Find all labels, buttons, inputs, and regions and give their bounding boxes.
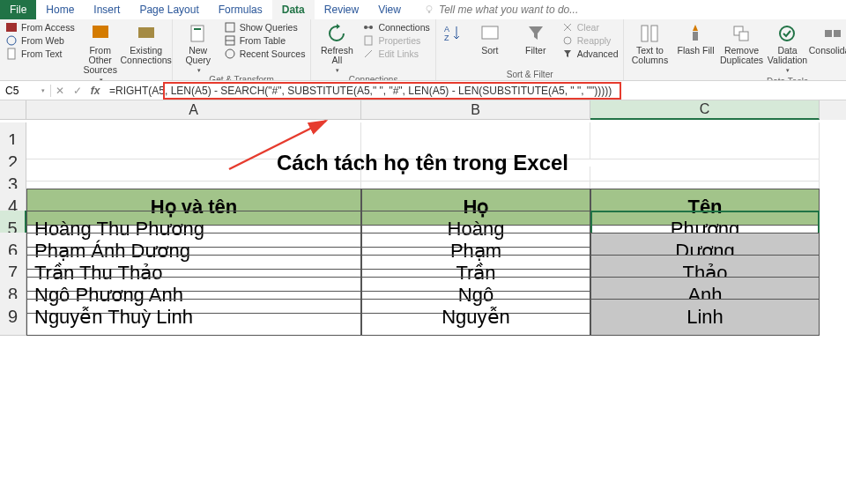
svg-rect-6 [138,27,154,38]
flash-fill-button[interactable]: Flash Fill [675,21,716,56]
connections-button[interactable]: Connections [362,21,429,33]
svg-rect-23 [693,32,698,41]
from-table-icon [224,34,236,47]
svg-text:A: A [444,25,449,33]
svg-rect-1 [428,11,430,13]
other-sources-icon [90,23,111,44]
properties-icon [362,34,375,47]
access-icon [5,21,18,33]
col-header-b[interactable]: B [361,100,590,120]
reapply-button[interactable]: Reapply [561,34,619,47]
from-other-sources-button[interactable]: From Other Sources▾ [80,21,121,81]
svg-rect-4 [8,48,15,59]
from-access-button[interactable]: From Access [5,21,75,33]
tab-data[interactable]: Data [272,0,315,19]
sort-button[interactable]: Sort [470,21,510,56]
name-box[interactable]: C5▾ [0,85,51,97]
ribbon-tabstrip: File Home Insert Page Layout Formulas Da… [0,0,846,19]
group-get-transform: New Query▾ Show Queries From Table Recen… [173,19,312,80]
col-header-c[interactable]: C [590,100,820,120]
svg-rect-25 [739,32,748,41]
spreadsheet-grid[interactable]: A B C 1 2 Cách tách họ tên trong Excel 3… [0,100,846,321]
reapply-icon [561,34,574,47]
sort-az-button[interactable]: AZ [442,21,464,44]
svg-rect-19 [482,26,498,39]
advanced-filter-button[interactable]: Advanced [561,48,619,60]
ribbon: From Access From Web From Text From Othe… [0,19,846,81]
from-web-button[interactable]: From Web [5,34,75,47]
sort-icon [479,23,501,44]
connections-icon [362,21,375,33]
flash-fill-icon [685,23,706,44]
fx-button[interactable]: fx [86,85,104,97]
from-table-button[interactable]: From Table [224,34,306,47]
formula-bar: C5▾ ✕ ✓ fx =RIGHT(A5, LEN(A5) - SEARCH("… [0,81,846,100]
row-header-9[interactable]: 9 [0,299,26,336]
svg-point-14 [369,26,373,29]
svg-point-20 [564,37,571,44]
formula-input[interactable]: =RIGHT(A5, LEN(A5) - SEARCH("#", SUBSTIT… [104,85,846,97]
cell-b9[interactable]: Nguyễn [361,299,590,336]
refresh-icon [326,23,347,44]
data-validation-button[interactable]: Data Validation▾ [767,21,807,73]
cell-a9[interactable]: Nguyễn Thuỳ Linh [26,299,361,336]
tab-home[interactable]: Home [36,0,84,19]
cell-c9[interactable]: Linh [590,299,820,336]
svg-rect-21 [642,26,648,41]
recent-sources-button[interactable]: Recent Sources [224,48,306,60]
tab-page-layout[interactable]: Page Layout [130,0,208,19]
svg-rect-9 [226,23,234,32]
svg-rect-22 [651,26,657,41]
recent-icon [224,48,236,60]
edit-links-button[interactable]: Edit Links [362,48,429,60]
tab-formulas[interactable]: Formulas [209,0,272,19]
sort-az-icon: AZ [442,23,464,44]
text-to-columns-icon [639,23,660,44]
svg-rect-16 [365,36,372,45]
filter-button[interactable]: Filter [516,21,556,56]
group-sort-filter: AZ Sort Filter Clear Reapply [436,19,625,80]
tell-me-placeholder: Tell me what you want to do... [439,4,578,16]
lightbulb-icon [424,4,434,15]
show-queries-icon [224,21,236,33]
refresh-all-button[interactable]: Refresh All▾ [316,21,357,73]
col-header-a[interactable]: A [26,100,361,120]
text-to-columns-button[interactable]: Text to Columns [629,21,670,65]
svg-point-0 [427,6,432,11]
tell-me-search[interactable]: Tell me what you want to do... [411,0,846,19]
tab-view[interactable]: View [368,0,411,19]
tab-insert[interactable]: Insert [84,0,130,19]
tab-review[interactable]: Review [315,0,368,19]
from-text-button[interactable]: From Text [5,48,75,60]
advanced-icon [561,48,574,60]
clear-icon [561,21,574,33]
remove-duplicates-button[interactable]: Remove Duplicates [721,21,761,65]
new-query-button[interactable]: New Query▾ [178,21,219,73]
group-label: Get & Transform [178,73,306,81]
remove-duplicates-icon [731,23,752,44]
svg-point-12 [226,49,234,58]
existing-connections-button[interactable]: Existing Connections [126,21,167,65]
svg-text:Z: Z [444,33,449,42]
svg-rect-5 [93,26,108,38]
existing-connections-icon [136,23,157,44]
svg-rect-28 [834,30,841,37]
group-label: Sort & Filter [442,68,619,80]
accept-formula-button[interactable]: ✓ [69,85,86,97]
properties-button[interactable]: Properties [362,34,429,47]
group-label: Data Tools [629,75,846,81]
svg-point-13 [364,26,367,29]
select-all-corner[interactable] [0,100,26,120]
edit-links-icon [362,48,375,60]
tab-file[interactable]: File [0,0,36,19]
show-queries-button[interactable]: Show Queries [224,21,306,33]
cancel-formula-button[interactable]: ✕ [51,85,69,97]
consolidate-button[interactable]: Consolidate [813,21,846,56]
clear-filter-button[interactable]: Clear [561,21,619,33]
new-query-icon [188,23,209,44]
group-data-tools: Text to Columns Flash Fill Remove Duplic… [624,19,846,80]
svg-rect-2 [6,23,17,32]
svg-rect-8 [194,28,201,30]
group-label: Connections [316,73,429,81]
group-connections: Refresh All▾ Connections Properties Edit… [311,19,435,80]
